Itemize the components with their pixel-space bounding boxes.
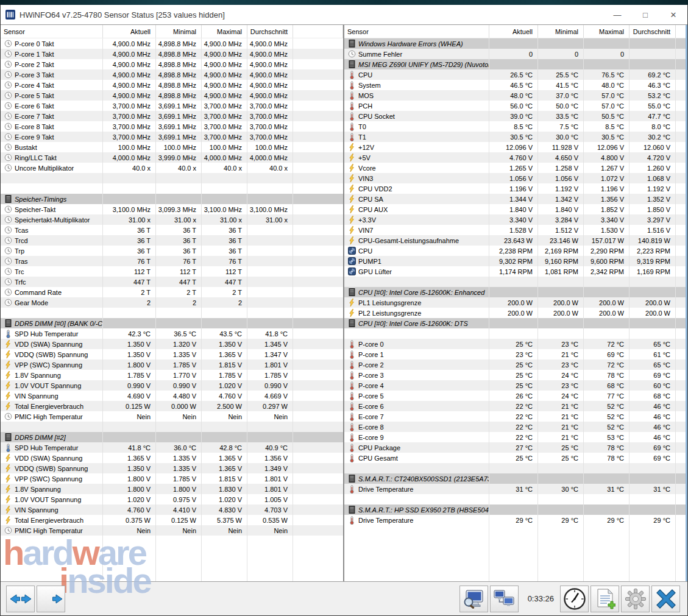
sensor-row-p-core-0-takt[interactable]: P-core 0 Takt4,900.0 MHz4,898.8 MHz4,900… [1,38,343,49]
sensor-row-t0[interactable]: T08.5 °C7.5 °C8.5 °C8.0 °C [344,121,687,132]
sensor-row-vddq-swb-spannung[interactable]: VDDQ (SWB) Spannung1.350 V1.335 V1.365 V… [1,463,343,473]
column-header-minimal[interactable]: Minimal [156,25,202,38]
column-header-aktuell[interactable]: Aktuell [489,25,538,38]
sensor-row-drive-temperature[interactable]: Drive Temperature31 °C30 °C31 °C31 °C [344,484,687,494]
section-ddr5-dimm-0-bank-0-c[interactable]: DDR5 DIMM [#0] (BANK 0/-C... [1,318,343,328]
column-header-maximal[interactable]: Maximal [202,25,247,38]
sensor-row-speichertakt-multiplikator[interactable]: Speichertakt-Multiplikator31.00 x31.00 x… [1,214,343,225]
sensor-row-p-core-3[interactable]: P-core 325 °C24 °C78 °C69 °C [344,370,687,380]
sensor-row-e-core-9[interactable]: E-core 922 °C21 °C53 °C46 °C [344,432,687,442]
section-s-m-a-r-t-hp-ssd-ex950-2tb-hbse504607[interactable]: S.M.A.R.T.: HP SSD EX950 2TB (HBSE504607… [344,504,687,515]
sensor-row-spd-hub-temperatur[interactable]: SPD Hub Temperatur42.3 °C36.5 °C43.5 °C4… [1,328,343,339]
sensor-row-pl2-leistungsgrenze[interactable]: PL2 Leistungsgrenze200.0 W200.0 W200.0 W… [344,308,687,318]
sensor-row-e-core-6-takt[interactable]: E-core 6 Takt3,700.0 MHz3,699.1 MHz3,700… [1,101,343,111]
sensor-row-summe-fehler[interactable]: Summe Fehler000 [344,49,687,59]
sensor-row-1-0v-vout-spannung[interactable]: 1.0V VOUT Spannung0.990 V0.990 V1.020 V0… [1,380,343,391]
sensor-row-trc[interactable]: Trc112 T112 T112 T [1,266,343,277]
sensor-row-bustakt[interactable]: Bustakt100.0 MHz100.0 MHz100.0 MHz100.0 … [1,142,343,152]
sensor-row-gear-mode[interactable]: Gear Mode222 [1,297,343,308]
sensor-row-pmic-high-temperatur[interactable]: PMIC High TemperaturNeinNeinNeinNein [1,525,343,536]
sensor-row-ring-llc-takt[interactable]: Ring/LLC Takt4,000.0 MHz3,999.0 MHz4,000… [1,152,343,163]
sensor-row-vin3[interactable]: VIN31.056 V1.056 V1.072 V1.068 V [344,173,687,183]
sensor-row-cpu-gesamt-leistungsaufnahme[interactable]: CPU-Gesamt-Leistungsaufnahme23.643 W23.1… [344,235,687,246]
logging-timer-button[interactable] [560,586,589,612]
column-header-sensor[interactable]: Sensor [344,25,489,38]
sensor-row-e-core-7-takt[interactable]: E-core 7 Takt3,700.0 MHz3,699.1 MHz3,700… [1,111,343,121]
sensor-row-cpu-gesamt[interactable]: CPU Gesamt25 °C25 °C78 °C69 °C [344,453,687,463]
sensor-row-t1[interactable]: T130.5 °C30.0 °C30.5 °C30.2 °C [344,132,687,142]
sensor-row-tcas[interactable]: Tcas36 T36 T36 T [1,225,343,235]
sensor-row-pch[interactable]: PCH56.0 °C50.0 °C57.0 °C55.0 °C [344,101,687,111]
sensor-row-12v[interactable]: +12V12.096 V11.928 V12.096 V12.060 V [344,142,687,152]
sensor-row-e-core-7[interactable]: E-core 722 °C21 °C52 °C46 °C [344,411,687,422]
sensor-row-vpp-swc-spannung[interactable]: VPP (SWC) Spannung1.800 V1.785 V1.815 V1… [1,359,343,370]
sensor-row-p-core-1[interactable]: P-core 123 °C21 °C69 °C61 °C [344,349,687,359]
section-speicher-timings[interactable]: Speicher-Timings [1,194,343,204]
sensor-row-vin-spannung[interactable]: VIN Spannung4.760 V4.410 V4.830 V4.703 V [1,504,343,515]
sensor-row-uncore-multiplikator[interactable]: Uncore Multiplikator40.0 x40.0 x40.0 x40… [1,163,343,173]
close-button[interactable]: ✕ [659,5,687,24]
sensor-row-vpp-swc-spannung[interactable]: VPP (SWC) Spannung1.800 V1.785 V1.815 V1… [1,473,343,484]
sensor-row-cpu[interactable]: CPU26.5 °C25.5 °C76.5 °C69.2 °C [344,69,687,80]
sensor-row-p-core-4-takt[interactable]: P-core 4 Takt4,900.0 MHz4,898.8 MHz4,900… [1,80,343,90]
sensor-row-spd-hub-temperatur[interactable]: SPD Hub Temperatur41.8 °C36.0 °C42.8 °C4… [1,442,343,453]
close-sensors-button[interactable] [651,586,680,612]
sensor-row-cpu-vdd2[interactable]: CPU VDD21.196 V1.192 V1.196 V1.192 V [344,183,687,194]
sensor-row-drive-temperature[interactable]: Drive Temperature29 °C29 °C29 °C29 °C [344,515,687,525]
section-cpu-0-intel-core-i5-12600k-enhanced[interactable]: CPU [#0]: Intel Core i5-12600K: Enhanced [344,287,687,297]
report-button[interactable] [590,586,619,612]
sensor-row-5v[interactable]: +5V4.760 V4.650 V4.800 V4.720 V [344,152,687,163]
column-header-minimal[interactable]: Minimal [538,25,584,38]
collapse-columns-button[interactable] [37,586,65,612]
sensor-row-3-3v[interactable]: +3.3V3.340 V3.284 V3.340 V3.297 V [344,214,687,225]
sensor-row-command-rate[interactable]: Command Rate2 T2 T2 T [1,287,343,297]
expand-columns-button[interactable] [6,586,35,612]
sensor-row-1-8v-spannung[interactable]: 1.8V Spannung1.800 V1.800 V1.830 V1.801 … [1,484,343,494]
minimize-button[interactable]: — [603,5,631,24]
sensor-row-pmic-high-temperatur[interactable]: PMIC High TemperaturNeinNeinNeinNein [1,411,343,422]
sensor-row-p-core-5-takt[interactable]: P-core 5 Takt4,900.0 MHz4,898.8 MHz4,900… [1,90,343,101]
sensor-row-trcd[interactable]: Trcd36 T36 T36 T [1,235,343,246]
sensor-row-vdd-swa-spannung[interactable]: VDD (SWA) Spannung1.365 V1.335 V1.365 V1… [1,453,343,463]
sensor-row-gpu-l-fter[interactable]: GPU Lüfter1,174 RPM1,081 RPM2,342 RPM1,1… [344,266,687,277]
sensor-row-p-core-0[interactable]: P-core 025 °C23 °C72 °C65 °C [344,339,687,349]
maximize-button[interactable]: □ [631,5,659,24]
column-header-maximal[interactable]: Maximal [584,25,629,38]
column-header-sensor[interactable]: Sensor [1,25,103,38]
sensor-row-p-core-2[interactable]: P-core 225 °C23 °C72 °C65 °C [344,359,687,370]
sensor-row-e-core-8-takt[interactable]: E-core 8 Takt3,700.0 MHz3,699.1 MHz3,700… [1,121,343,132]
sensor-row-p-core-3-takt[interactable]: P-core 3 Takt4,900.0 MHz4,898.8 MHz4,900… [1,69,343,80]
remote-monitoring-button[interactable] [490,586,519,612]
sensor-row-p-core-2-takt[interactable]: P-core 2 Takt4,900.0 MHz4,898.8 MHz4,900… [1,59,343,69]
sensor-row-1-0v-vout-spannung[interactable]: 1.0V VOUT Spannung1.020 V0.975 V1.020 V1… [1,494,343,504]
sensor-row-system[interactable]: System46.5 °C41.5 °C48.0 °C46.3 °C [344,80,687,90]
sensor-row-pump1[interactable]: PUMP19,302 RPM9,160 RPM9,600 RPM9,319 RP… [344,256,687,266]
sensor-row-cpu-sa[interactable]: CPU SA1.344 V1.342 V1.356 V1.352 V [344,194,687,204]
section-msi-meg-z690i-unify-ms-7d29-nuvoton-n[interactable]: MSI MEG Z690I UNIFY (MS-7D29) (Nuvoton N… [344,59,687,69]
section-s-m-a-r-t-ct240bx500ssd1-2123e5a73644[interactable]: S.M.A.R.T.: CT240BX500SSD1 (2123E5A73644… [344,473,687,484]
sensor-row-trfc[interactable]: Trfc447 T447 T447 T [1,277,343,287]
sensor-row-vin7[interactable]: VIN71.528 V1.512 V1.530 V1.516 V [344,225,687,235]
sensor-row-e-core-6[interactable]: E-core 622 °C21 °C52 °C46 °C [344,401,687,411]
sensor-row-p-core-5[interactable]: P-core 526 °C24 °C77 °C68 °C [344,391,687,401]
sensor-row-vdd-swa-spannung[interactable]: VDD (SWA) Spannung1.350 V1.320 V1.350 V1… [1,339,343,349]
sensor-row-cpu[interactable]: CPU2,238 RPM2,169 RPM2,290 RPM2,223 RPM [344,246,687,256]
settings-button[interactable] [621,586,650,612]
sensor-row-vddq-swb-spannung[interactable]: VDDQ (SWB) Spannung1.350 V1.335 V1.365 V… [1,349,343,359]
sensor-row-mos[interactable]: MOS48.0 °C37.0 °C57.0 °C53.2 °C [344,90,687,101]
section-windows-hardware-errors-whea[interactable]: Windows Hardware Errors (WHEA) [344,38,687,49]
sensor-row-e-core-9-takt[interactable]: E-core 9 Takt3,700.0 MHz3,699.1 MHz3,700… [1,132,343,142]
sensor-row-total-energieverbrauch[interactable]: Total Energieverbrauch0.375 W0.125 W5.37… [1,515,343,525]
column-header-aktuell[interactable]: Aktuell [103,25,156,38]
sensor-row-vcore[interactable]: Vcore1.265 V1.258 V1.267 V1.260 V [344,163,687,173]
section-ddr5-dimm-2[interactable]: DDR5 DIMM [#2] [1,432,343,442]
sensor-row-pl1-leistungsgrenze[interactable]: PL1 Leistungsgrenze200.0 W200.0 W200.0 W… [344,297,687,308]
sensor-row-cpu-package[interactable]: CPU Package27 °C25 °C78 °C69 °C [344,442,687,453]
column-header-durchschnitt[interactable]: Durchschnitt [629,25,676,38]
titlebar[interactable]: HWiNFO64 v7.25-4780 Sensor Status [253 v… [1,5,687,24]
sensor-row-e-core-8[interactable]: E-core 822 °C21 °C52 °C46 °C [344,422,687,432]
sensor-row-speicher-takt[interactable]: Speicher-Takt3,100.0 MHz3,099.3 MHz3,100… [1,204,343,214]
sensor-row-cpu-socket[interactable]: CPU Socket39.0 °C33.5 °C50.5 °C47.7 °C [344,111,687,121]
sensor-row-cpu-aux[interactable]: CPU AUX1.840 V1.840 V1.852 V1.850 V [344,204,687,214]
sensor-row-p-core-1-takt[interactable]: P-core 1 Takt4,900.0 MHz4,898.8 MHz4,900… [1,49,343,59]
